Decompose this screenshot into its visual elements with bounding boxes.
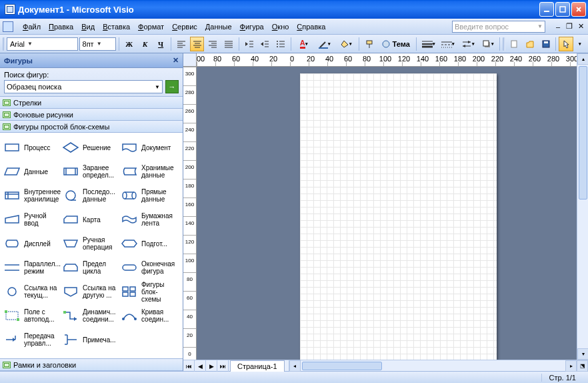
shape-circ[interactable]: Ссылка на текущ... (1, 280, 60, 304)
italic-button[interactable]: К (138, 37, 153, 51)
shape-label: Данные (24, 168, 48, 175)
shape-transfer[interactable]: Передача управл... (1, 328, 60, 352)
display-icon (3, 236, 21, 251)
doc-restore-button[interactable]: ❐ (565, 22, 574, 31)
align-left-button[interactable] (174, 37, 189, 51)
bold-button[interactable]: Ж (122, 37, 137, 51)
nav-last-button[interactable]: ⏭ (217, 360, 229, 372)
doc-minimize-button[interactable]: – (553, 22, 563, 31)
stencil-borders[interactable]: Рамки и заголовки (0, 359, 183, 371)
svg-rect-1 (560, 7, 565, 12)
shape-tape[interactable]: Бумажная лента (119, 208, 177, 232)
shape-seq[interactable]: Последо... данные (60, 183, 119, 208)
bullets-button[interactable] (273, 37, 288, 51)
menu-формат[interactable]: Формат (134, 21, 168, 32)
vertical-scrollbar[interactable]: ▴ ▾ (577, 53, 588, 360)
shape-display[interactable]: Дисплей (1, 232, 60, 256)
font-color-button[interactable]: A▾ (294, 37, 314, 51)
minimize-button[interactable] (539, 2, 554, 17)
shape-parallel[interactable]: Параллел... режим (1, 256, 60, 280)
shape-prep[interactable]: Подгот... (119, 232, 177, 256)
shape-stored[interactable]: Хранимые данные (119, 159, 177, 183)
shape-manop[interactable]: Ручная операция (60, 232, 119, 256)
manop-icon (61, 236, 80, 251)
panel-close-button[interactable]: ✕ (173, 56, 179, 65)
shape-para[interactable]: Данные (1, 159, 60, 183)
save-button[interactable] (539, 37, 553, 51)
menu-файл[interactable]: Файл (19, 21, 45, 32)
open-button[interactable] (523, 37, 537, 51)
nav-first-button[interactable]: ⏮ (183, 360, 195, 372)
doc-icon[interactable] (3, 21, 13, 32)
fill-color-button[interactable]: ▾ (336, 37, 356, 51)
svg-point-64 (123, 192, 127, 199)
indent-increase-button[interactable] (258, 37, 273, 51)
menu-вид[interactable]: Вид (77, 21, 99, 32)
doc-close-button[interactable]: ✕ (576, 22, 585, 31)
shadow-button[interactable]: ▾ (479, 37, 497, 51)
svg-point-74 (8, 288, 16, 296)
font-size-combo[interactable]: 8пт▼ (79, 37, 116, 51)
shape-label: Решение (83, 144, 111, 151)
text-tool-button[interactable]: ▾ (575, 37, 585, 51)
horizontal-scrollbar[interactable]: ◂ ▸ ⬔ (289, 360, 588, 371)
theme-button[interactable]: Тема (378, 37, 413, 51)
underline-button[interactable]: Ч (153, 37, 168, 51)
shape-intstor[interactable]: Внутреннее хранилище (1, 183, 60, 208)
stencil-basic-flowchart[interactable]: Фигуры простой блок-схемы (0, 121, 183, 133)
shape-card[interactable]: Карта (60, 208, 119, 232)
menu-сервис[interactable]: Сервис (168, 21, 201, 32)
menu-правка[interactable]: Правка (45, 21, 77, 32)
menu-фигура[interactable]: Фигура (236, 21, 268, 32)
svg-marker-68 (64, 240, 77, 247)
shape-dyncon[interactable]: Динамич... соедини... (60, 304, 119, 328)
search-go-button[interactable]: → (165, 80, 179, 93)
format-painter-button[interactable] (362, 37, 377, 51)
drawing-page[interactable] (300, 73, 497, 360)
shape-label: Бумажная лента (141, 212, 176, 227)
canvas-viewport[interactable] (197, 67, 577, 360)
shape-stencil[interactable]: Фигуры блок-схемы (119, 280, 177, 304)
nav-prev-button[interactable]: ◀ (195, 360, 206, 372)
shape-offpage[interactable]: Ссылка на другую ... (60, 280, 119, 304)
menu-данные[interactable]: Данные (201, 21, 236, 32)
close-button[interactable] (571, 2, 586, 17)
line-ends-button[interactable]: ▾ (459, 37, 477, 51)
shape-doc[interactable]: Документ (119, 135, 177, 159)
shape-label: Оконечная фигура (141, 260, 176, 275)
curve-icon (120, 308, 139, 323)
nav-next-button[interactable]: ▶ (206, 360, 217, 372)
shape-diamond[interactable]: Решение (60, 135, 119, 159)
align-center-button[interactable] (190, 37, 205, 51)
align-right-button[interactable] (205, 37, 220, 51)
shape-term[interactable]: Оконечная фигура (119, 256, 177, 280)
shape-note[interactable]: Примеча... (60, 328, 119, 352)
line-color-button[interactable]: ▾ (315, 37, 335, 51)
pointer-tool-button[interactable] (559, 37, 573, 51)
indent-decrease-button[interactable] (242, 37, 257, 51)
shape-search-input[interactable]: Образец поиска▼ (4, 80, 163, 93)
svg-rect-52 (544, 41, 548, 43)
align-justify-button[interactable] (221, 37, 236, 51)
shape-autof[interactable]: Поле с автопод... (1, 304, 60, 328)
shape-direct[interactable]: Прямые данные (119, 183, 177, 208)
line-style-button[interactable]: ▾ (419, 37, 438, 51)
shape-manin[interactable]: Ручной ввод (1, 208, 60, 232)
new-button[interactable] (507, 37, 521, 51)
font-name-combo[interactable]: Arial▼ (7, 37, 78, 51)
stencil-arrows[interactable]: Стрелки (0, 97, 183, 109)
shape-loop[interactable]: Предел цикла (60, 256, 119, 280)
menu-вставка[interactable]: Вставка (99, 21, 134, 32)
page-tab[interactable]: Страница-1 (230, 360, 285, 372)
menu-справка[interactable]: Справка (293, 21, 329, 32)
menu-окно[interactable]: Окно (268, 21, 293, 32)
stencil-backgrounds[interactable]: Фоновые рисунки (0, 109, 183, 121)
shape-rect[interactable]: Процесс (1, 135, 60, 159)
help-search-input[interactable]: Введите вопрос▼ (452, 21, 545, 33)
maximize-button[interactable] (555, 2, 570, 17)
shape-curve[interactable]: Кривая соедин... (119, 304, 177, 328)
line-pattern-button[interactable]: ▾ (439, 37, 457, 51)
stencil-icon (120, 284, 139, 299)
shape-predef[interactable]: Заранее определ... (60, 159, 119, 183)
horizontal-ruler: 1008060402002040608010012014016018020022… (197, 53, 577, 67)
